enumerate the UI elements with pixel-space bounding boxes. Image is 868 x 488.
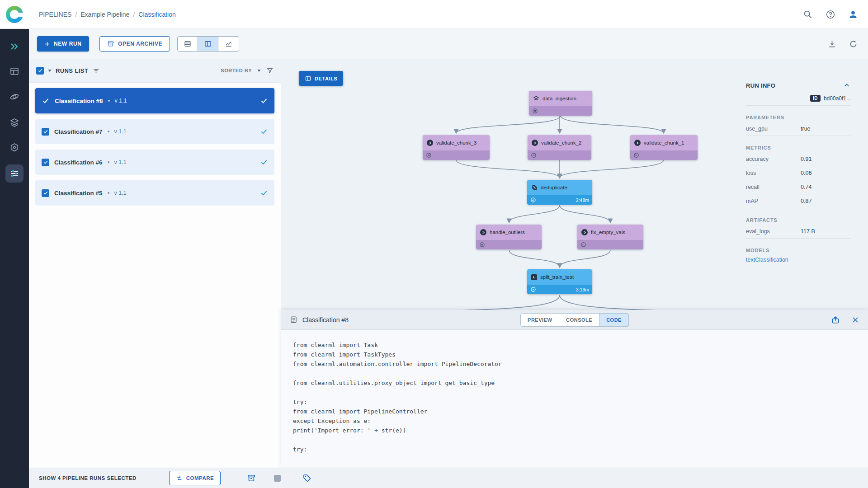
metric-row: mAP 0.87 (746, 194, 851, 208)
models-section-title: MODELS (746, 248, 851, 253)
run-row[interactable]: Classification #8 v 1.1 (35, 88, 274, 113)
metric-key: mAP (746, 198, 801, 204)
run-row[interactable]: Classification #5 v 1.1 (35, 180, 274, 206)
model-link[interactable]: textClassification (746, 257, 851, 263)
check-circle-icon (530, 286, 536, 292)
nav-queues-icon[interactable] (9, 41, 20, 52)
search-icon[interactable] (803, 9, 813, 19)
dag-node[interactable]: handle_outliers (476, 225, 542, 249)
metric-key: loss (746, 170, 801, 176)
dag-node[interactable]: deduplicate 2:48m (527, 180, 592, 205)
dag-node[interactable]: validate_chunk_1 (630, 135, 698, 160)
nav-experiments-icon[interactable] (9, 91, 20, 102)
select-menu-caret-icon[interactable] (48, 70, 52, 72)
sorted-by-label[interactable]: SORTED BY (221, 68, 252, 73)
breadcrumb-pipelines[interactable]: PIPELINES (39, 11, 71, 18)
autorefresh-icon[interactable] (849, 39, 858, 49)
run-checkbox[interactable] (42, 189, 49, 197)
nav-pipelines-icon (9, 168, 20, 179)
sorted-by-caret-icon[interactable] (257, 70, 261, 72)
artifact-key[interactable]: eval_logs (746, 228, 801, 235)
run-row[interactable]: Classification #7 v 1.1 (35, 119, 274, 144)
chevron-up-icon[interactable] (843, 81, 851, 89)
table-view-button[interactable] (178, 37, 198, 51)
code-line (293, 389, 868, 399)
node-label: data_ingestion (542, 96, 576, 101)
nav-models-icon[interactable] (9, 142, 20, 153)
chart-view-button[interactable] (218, 37, 239, 51)
node-label: validate_chunk_3 (436, 140, 477, 145)
dag-node[interactable]: fix_empty_vals (577, 225, 643, 249)
selection-footer: SHOW 4 PIPELINE RUNS SELECTED COMPARE (29, 468, 868, 488)
node-label: deduplicate (541, 185, 567, 190)
metrics-section-title: METRICS (746, 145, 851, 150)
download-icon[interactable] (827, 39, 837, 49)
open-archive-label: OPEN ARCHIVE (118, 41, 162, 47)
artifacts-section-title: ARTIFACTS (746, 217, 851, 223)
run-checkbox[interactable] (42, 159, 49, 166)
plus-icon (44, 41, 50, 47)
dag-node[interactable]: validate_chunk_2 (528, 135, 591, 160)
close-icon[interactable] (851, 315, 860, 324)
pause-circle-icon (633, 152, 639, 158)
nav-dashboard-icon[interactable] (9, 66, 20, 77)
code-line: except Exception as e: (293, 418, 868, 427)
metric-value: 0.06 (801, 170, 811, 176)
user-avatar-icon[interactable] (848, 9, 858, 19)
archive-icon[interactable] (247, 474, 256, 483)
code-line: print('Import error: ' + str(e)) (293, 427, 868, 436)
clearml-logo[interactable] (6, 6, 23, 23)
parameter-key: use_gpu (746, 126, 801, 132)
breadcrumb-project[interactable]: Example Pipeline (80, 11, 129, 18)
help-icon[interactable] (826, 9, 835, 19)
run-id-row: ID bd00a0f1... (746, 91, 851, 106)
select-all-checkbox[interactable] (36, 67, 44, 75)
open-in-window-icon[interactable] (831, 315, 840, 324)
nav-pipelines-item[interactable] (5, 164, 24, 183)
filter-icon[interactable] (266, 67, 274, 74)
runs-list-panel: RUNS LIST SORTED BY Classification #8 v … (29, 59, 281, 468)
code-viewer[interactable]: from clearml import Task from clearml im… (281, 330, 868, 455)
selected-check-icon[interactable] (42, 97, 50, 105)
compare-button[interactable]: COMPARE (169, 471, 221, 485)
breadcrumb-separator: / (75, 11, 77, 18)
run-detail-title: Classification #8 (302, 316, 349, 324)
id-value[interactable]: bd00a0f1... (824, 95, 851, 102)
node-label: fix_empty_vals (591, 230, 625, 235)
tab-preview[interactable]: PREVIEW (520, 313, 559, 327)
split-view-button[interactable] (198, 37, 218, 51)
parameter-row: use_gpu true (746, 122, 851, 136)
abort-icon[interactable] (274, 475, 281, 482)
artifact-row: eval_logs 117 B (746, 225, 851, 239)
tag-icon[interactable] (302, 474, 311, 483)
run-version: v 1.1 (114, 190, 127, 196)
pause-circle-icon (479, 242, 485, 248)
status-check-icon (260, 127, 268, 136)
metric-row: accuracy 0.91 (746, 152, 851, 166)
status-check-icon (260, 158, 268, 166)
run-checkbox[interactable] (42, 128, 49, 136)
dag-node[interactable]: split_train_test 3:19m (527, 269, 592, 294)
sort-icon[interactable] (92, 67, 100, 75)
left-nav (0, 29, 29, 488)
dag-node[interactable]: validate_chunk_3 (423, 135, 490, 160)
tab-console[interactable]: CONSOLE (559, 313, 599, 327)
node-label: validate_chunk_2 (541, 140, 582, 145)
dag-node[interactable]: data_ingestion (529, 91, 592, 116)
node-label: handle_outliers (490, 230, 525, 235)
code-line: from clearml import PipelineController (293, 408, 868, 418)
nav-datasets-icon[interactable] (9, 117, 20, 128)
parameters-section-title: PARAMETERS (746, 115, 851, 120)
tab-code[interactable]: CODE (599, 313, 629, 327)
id-badge: ID (810, 95, 821, 102)
open-archive-button[interactable]: OPEN ARCHIVE (99, 36, 170, 52)
run-version: v 1.1 (114, 128, 127, 135)
node-label: split_train_test (540, 274, 574, 280)
new-run-button[interactable]: NEW RUN (37, 36, 89, 52)
compare-label: COMPARE (186, 475, 214, 481)
run-row[interactable]: Classification #6 v 1.1 (35, 150, 274, 175)
code-line (293, 436, 868, 446)
details-button[interactable]: DETAILS (299, 71, 343, 86)
run-version: v 1.1 (115, 98, 127, 104)
circle-arrow-icon (427, 140, 433, 146)
